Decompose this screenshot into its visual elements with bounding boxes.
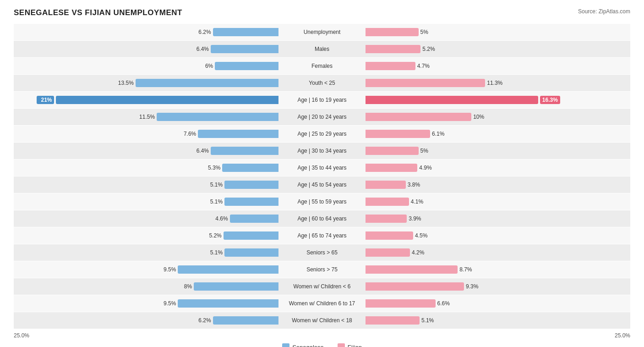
chart-row: 5.2%Age | 65 to 74 years4.5% <box>14 227 630 244</box>
right-section: 11.3% <box>366 79 630 87</box>
left-value: 5.1% <box>205 182 223 188</box>
right-value: 4.1% <box>411 198 428 205</box>
left-bar <box>224 198 278 206</box>
axis-right: 25.0% <box>615 332 630 339</box>
left-value: 11.5% <box>137 114 155 120</box>
chart-header: SENEGALESE VS FIJIAN UNEMPLOYMENT Source… <box>14 8 630 17</box>
left-section: 6.2% <box>14 28 278 36</box>
legend-senegalese-label: Senegalese <box>292 344 324 347</box>
legend-fijian-box <box>338 343 345 347</box>
left-section: 8% <box>14 282 278 291</box>
center-label: Age | 45 to 54 years <box>278 182 366 188</box>
right-value: 11.3% <box>487 80 504 86</box>
left-value: 6.2% <box>194 317 211 324</box>
center-label: Age | 30 to 34 years <box>278 148 366 154</box>
right-section: 16.3% <box>366 96 630 104</box>
left-value: 4.6% <box>211 215 228 222</box>
right-section: 10% <box>366 113 630 121</box>
legend-senegalese: Senegalese <box>282 343 324 347</box>
center-label: Seniors > 75 <box>278 266 366 273</box>
right-value: 4.9% <box>419 165 437 171</box>
left-section: 5.1% <box>14 181 278 189</box>
right-section: 4.5% <box>366 231 630 240</box>
chart-row: 6.2%Women w/ Children < 185.1% <box>14 312 630 329</box>
right-bar <box>366 282 464 291</box>
left-bar <box>213 316 278 325</box>
left-section: 9.5% <box>14 299 278 308</box>
center-label: Age | 35 to 44 years <box>278 165 366 171</box>
left-section: 21% <box>14 96 278 104</box>
left-value: 6.2% <box>194 29 211 35</box>
center-label: Age | 16 to 19 years <box>278 97 366 103</box>
right-bar <box>366 62 415 70</box>
right-section: 4.9% <box>366 164 630 172</box>
right-section: 4.7% <box>366 62 630 70</box>
chart-source: Source: ZipAtlas.com <box>578 8 630 15</box>
left-value: 21% <box>37 96 54 104</box>
right-value: 5.1% <box>421 317 439 324</box>
chart-row: 6.4%Age | 30 to 34 years5% <box>14 143 630 159</box>
left-value: 8% <box>175 283 192 290</box>
left-section: 9.5% <box>14 265 278 274</box>
right-bar <box>366 316 420 325</box>
left-value: 5.1% <box>205 249 223 256</box>
left-bar <box>211 147 278 155</box>
left-section: 6.4% <box>14 45 278 53</box>
center-label: Age | 65 to 74 years <box>278 232 366 239</box>
right-bar <box>366 113 471 121</box>
left-value: 6.4% <box>191 46 209 52</box>
right-bar <box>366 45 420 53</box>
right-bar <box>366 231 413 240</box>
right-section: 3.8% <box>366 181 630 189</box>
chart-row: 6.2%Unemployment5% <box>14 24 630 40</box>
center-label: Women w/ Children 6 to 17 <box>278 300 366 307</box>
center-label: Males <box>278 46 366 52</box>
right-value: 4.7% <box>417 63 435 69</box>
chart-row: 5.1%Age | 55 to 59 years4.1% <box>14 193 630 210</box>
center-label: Age | 20 to 24 years <box>278 114 366 120</box>
left-section: 5.2% <box>14 231 278 240</box>
right-section: 5% <box>366 147 630 155</box>
chart-row: 9.5%Seniors > 758.7% <box>14 261 630 278</box>
legend-senegalese-box <box>282 343 289 347</box>
center-label: Females <box>278 63 366 69</box>
right-section: 3.9% <box>366 215 630 223</box>
right-bar <box>366 265 458 274</box>
center-label: Women w/ Children < 18 <box>278 317 366 324</box>
center-label: Unemployment <box>278 29 366 35</box>
right-section: 6.1% <box>366 130 630 138</box>
right-bar <box>366 164 417 172</box>
left-section: 13.5% <box>14 79 278 87</box>
center-label: Youth < 25 <box>278 80 366 86</box>
center-label: Age | 55 to 59 years <box>278 198 366 205</box>
left-bar <box>178 299 278 308</box>
right-bar <box>366 248 410 257</box>
chart-row: 11.5%Age | 20 to 24 years10% <box>14 109 630 125</box>
axis-row: 25.0% 25.0% <box>14 332 630 339</box>
chart-row: 6.4%Males5.2% <box>14 41 630 57</box>
right-bar <box>366 215 407 223</box>
right-value: 4.2% <box>412 249 429 256</box>
right-value: 6.1% <box>432 131 449 137</box>
left-value: 5.3% <box>203 165 220 171</box>
left-bar <box>224 231 278 240</box>
left-value: 6% <box>196 63 213 69</box>
chart-area: 6.2%Unemployment5%6.4%Males5.2%6%Females… <box>14 24 630 329</box>
left-section: 6.4% <box>14 147 278 155</box>
left-bar <box>198 130 278 138</box>
left-value: 9.5% <box>158 266 176 273</box>
right-section: 6.6% <box>366 299 630 308</box>
right-value: 3.9% <box>409 215 426 222</box>
right-bar <box>366 28 419 36</box>
right-section: 5.2% <box>366 45 630 53</box>
legend-fijian-label: Fijian <box>348 344 362 347</box>
center-label: Seniors > 65 <box>278 249 366 256</box>
chart-row: 5.1%Seniors > 654.2% <box>14 244 630 261</box>
left-bar <box>222 164 278 172</box>
right-value: 9.3% <box>466 283 483 290</box>
chart-row: 13.5%Youth < 2511.3% <box>14 75 630 91</box>
right-value: 10% <box>473 114 491 120</box>
left-bar <box>213 28 278 36</box>
center-label: Women w/ Children < 6 <box>278 283 366 290</box>
left-bar <box>224 248 278 257</box>
